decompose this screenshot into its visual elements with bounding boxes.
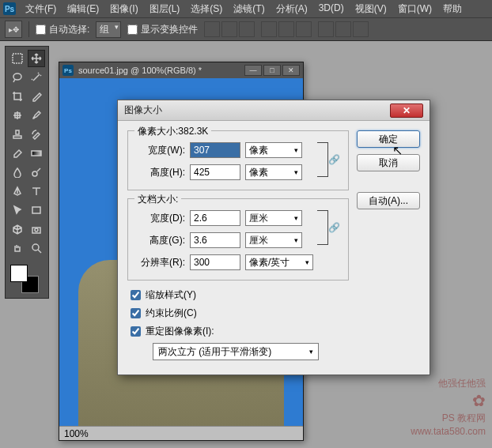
resample-label: 重定图像像素(I): (146, 325, 214, 338)
width-cm-unit[interactable]: 厘米 (245, 210, 302, 226)
doc-minimize-button[interactable]: — (244, 65, 262, 76)
align-top-icon[interactable] (204, 21, 220, 37)
eraser-tool[interactable] (9, 145, 26, 162)
svg-rect-3 (32, 151, 41, 156)
tool-palette (5, 46, 49, 299)
width-px-input[interactable] (190, 142, 240, 158)
resolution-unit[interactable]: 像素/英寸 (245, 254, 313, 270)
auto-button[interactable]: 自动(A)... (357, 192, 420, 209)
document-size-group: 文档大小: 宽度(D): 厘米 高度(G): 厘米 (127, 198, 349, 280)
height-cm-unit[interactable]: 厘米 (245, 232, 302, 248)
dialog-title: 图像大小 (124, 104, 390, 117)
svg-point-4 (32, 171, 37, 176)
height-cm-input[interactable] (190, 232, 240, 248)
align-bottom-icon[interactable] (239, 21, 255, 37)
heal-tool[interactable] (9, 107, 26, 124)
constrain-label: 约束比例(C) (146, 307, 197, 320)
wand-tool[interactable] (28, 69, 45, 86)
document-titlebar[interactable]: Ps source01.jpg @ 100%(RGB/8) * — □ ✕ (59, 62, 303, 78)
show-transform-checkbox[interactable]: 显示变换控件 (127, 23, 198, 36)
doc-close-button[interactable]: ✕ (282, 65, 300, 76)
zoom-level[interactable]: 100% (64, 428, 89, 439)
watermark: 他强任他强 ✿ PS 教程网 www.tata580.com (411, 377, 486, 439)
svg-rect-5 (32, 207, 40, 213)
stamp-tool[interactable] (9, 126, 26, 143)
show-transform-input[interactable] (127, 24, 138, 35)
menu-file[interactable]: 文件(F) (21, 1, 61, 17)
scale-styles-checkbox[interactable]: 缩放样式(Y) (131, 288, 349, 302)
menu-select[interactable]: 选择(S) (186, 1, 227, 17)
scale-styles-label: 缩放样式(Y) (146, 288, 196, 302)
gradient-tool[interactable] (28, 145, 45, 162)
doc-maximize-button[interactable]: □ (263, 65, 281, 76)
divider (28, 21, 29, 37)
marquee-tool[interactable] (9, 50, 26, 67)
height-px-unit[interactable]: 像素 (245, 164, 302, 180)
auto-select-target[interactable]: 组 (96, 21, 121, 38)
resample-input[interactable] (131, 326, 141, 337)
svg-point-7 (35, 228, 38, 232)
cancel-button[interactable]: 取消 (357, 154, 420, 171)
constrain-input[interactable] (131, 308, 141, 318)
menu-layer[interactable]: 图层(L) (145, 1, 185, 17)
menu-window[interactable]: 窗口(W) (393, 1, 437, 17)
image-size-dialog: 图像大小 ✕ 像素大小:382.3K 宽度(W): 像素 高度(H): (117, 100, 430, 375)
constrain-checkbox[interactable]: 约束比例(C) (131, 307, 349, 320)
menu-analysis[interactable]: 分析(A) (271, 1, 312, 17)
distribute-1-icon[interactable] (318, 21, 334, 37)
move-tool[interactable] (28, 50, 45, 67)
shape-tool[interactable] (28, 201, 45, 219)
align-vcenter-icon[interactable] (221, 21, 237, 37)
align-right-icon[interactable] (296, 21, 312, 37)
resample-method-select[interactable]: 两次立方 (适用于平滑渐变) (153, 343, 319, 360)
ok-button[interactable]: 确定 (357, 130, 420, 148)
pen-tool[interactable] (9, 183, 26, 200)
color-swatches[interactable] (9, 263, 40, 295)
dialog-close-button[interactable]: ✕ (390, 104, 423, 118)
path-select-tool[interactable] (9, 201, 26, 219)
history-brush-tool[interactable] (28, 126, 45, 143)
menu-image[interactable]: 图像(I) (105, 1, 142, 17)
auto-select-checkbox[interactable]: 自动选择: (36, 23, 89, 36)
link-icon[interactable]: 🔗 (328, 154, 340, 165)
eyedropper-tool[interactable] (28, 88, 45, 105)
hand-tool[interactable] (9, 239, 26, 257)
width-px-unit[interactable]: 像素 (245, 142, 302, 158)
align-group-2 (261, 21, 312, 37)
menu-help[interactable]: 帮助 (438, 1, 467, 17)
lasso-tool[interactable] (9, 69, 26, 86)
scale-styles-input[interactable] (131, 290, 141, 300)
align-left-icon[interactable] (261, 21, 277, 37)
menu-filter[interactable]: 滤镜(T) (229, 1, 269, 17)
brush-tool[interactable] (28, 107, 45, 124)
zoom-tool[interactable] (28, 239, 45, 257)
blur-tool[interactable] (9, 164, 26, 181)
dialog-titlebar[interactable]: 图像大小 ✕ (118, 100, 430, 121)
width-cm-input[interactable] (190, 210, 240, 226)
distribute-3-icon[interactable] (353, 21, 369, 37)
height-px-input[interactable] (190, 164, 240, 180)
type-tool[interactable] (28, 183, 45, 200)
align-hcenter-icon[interactable] (278, 21, 294, 37)
link-icon-2[interactable]: 🔗 (328, 222, 340, 233)
dodge-tool[interactable] (28, 164, 45, 181)
crop-tool[interactable] (9, 88, 26, 105)
auto-select-input[interactable] (36, 24, 46, 35)
resample-checkbox[interactable]: 重定图像像素(I): (131, 325, 349, 338)
menu-view[interactable]: 视图(V) (350, 1, 392, 17)
resolution-input[interactable] (190, 254, 240, 270)
move-tool-indicator-icon: ▸✥ (5, 21, 22, 38)
camera-tool[interactable] (28, 220, 45, 238)
3d-tool[interactable] (9, 220, 26, 238)
document-title: source01.jpg @ 100%(RGB/8) * (78, 66, 240, 75)
width-px-label: 宽度(W): (136, 144, 185, 157)
svg-point-8 (32, 244, 39, 250)
distribute-2-icon[interactable] (335, 21, 351, 37)
fg-color-swatch[interactable] (10, 265, 28, 282)
height-px-label: 高度(H): (136, 166, 185, 179)
menu-bar: 文件(F) 编辑(E) 图像(I) 图层(L) 选择(S) 滤镜(T) 分析(A… (21, 1, 467, 17)
menu-edit[interactable]: 编辑(E) (62, 1, 104, 17)
menu-3d[interactable]: 3D(D) (314, 1, 349, 17)
app-menubar: Ps 文件(F) 编辑(E) 图像(I) 图层(L) 选择(S) 滤镜(T) 分… (0, 0, 492, 17)
auto-select-label: 自动选择: (49, 23, 89, 36)
